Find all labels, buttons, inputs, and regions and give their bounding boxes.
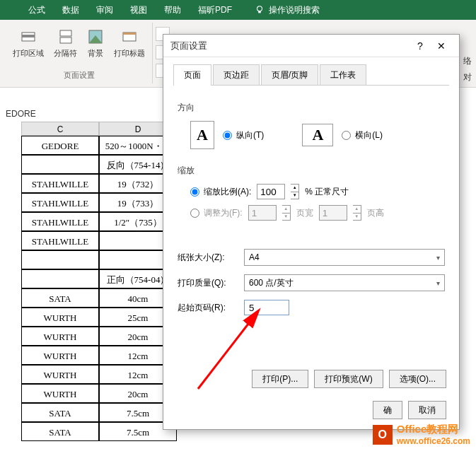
- cell[interactable]: [21, 269, 99, 288]
- tell-me-label: 操作说明搜索: [269, 4, 320, 16]
- portrait-radio[interactable]: 纵向(T): [223, 129, 264, 141]
- table-row: WURTH20cm: [21, 327, 177, 346]
- tab-foxitpdf[interactable]: 福昕PDF: [190, 0, 240, 20]
- cell[interactable]: WURTH: [21, 327, 99, 346]
- table-row: SATA7.5cm: [21, 422, 177, 441]
- landscape-radio[interactable]: 横向(L): [342, 129, 383, 141]
- scaling-adjust-input[interactable]: [257, 184, 285, 199]
- sheet-area: EDORE C D GEDORE520～1000N・M反向（754-14）STA…: [0, 106, 177, 441]
- firstpage-row: 起始页码(R):: [178, 300, 445, 315]
- scaling-label: 缩放: [178, 165, 445, 177]
- ribbon-right-net[interactable]: 络: [463, 55, 472, 67]
- cell[interactable]: WURTH: [21, 346, 99, 365]
- dialog-tab-margins[interactable]: 页边距: [213, 64, 260, 86]
- ribbon-right-align[interactable]: 对: [463, 71, 472, 83]
- dialog-tab-headerfooter[interactable]: 页眉/页脚: [261, 64, 318, 86]
- scaling-fit-radio-input[interactable]: [190, 209, 199, 218]
- tab-review[interactable]: 审阅: [88, 0, 122, 20]
- printquality-row: 打印质量(Q): 600 点/英寸 ▾: [178, 274, 445, 291]
- print-titles-label: 打印标题: [114, 48, 145, 59]
- cell[interactable]: SATA: [21, 403, 99, 422]
- landscape-radio-input[interactable]: [342, 131, 351, 140]
- scaling-adjust-row: 缩放比例(A): ▲▼ % 正常尺寸: [178, 184, 445, 199]
- dialog-tab-sheet[interactable]: 工作表: [320, 64, 366, 86]
- watermark: O Office教程网 www.office26.com: [373, 423, 470, 446]
- name-box[interactable]: EDORE: [0, 106, 177, 122]
- printquality-value: 600 点/英寸: [249, 277, 294, 289]
- cell[interactable]: STAHLWILLE: [21, 231, 99, 250]
- dialog-close-button[interactable]: ✕: [431, 35, 452, 57]
- breaks-button[interactable]: 分隔符: [52, 27, 79, 60]
- svg-point-0: [257, 6, 262, 11]
- table-row: STAHLWILLE1/2″（735）: [21, 212, 177, 231]
- dialog-tab-page[interactable]: 页面: [173, 64, 211, 86]
- table-row: SATA7.5cm: [21, 403, 177, 422]
- scaling-adjust-radio[interactable]: 缩放比例(A):: [190, 186, 251, 198]
- svg-rect-5: [60, 37, 71, 43]
- cell[interactable]: [21, 155, 99, 174]
- cell[interactable]: SATA: [21, 422, 99, 441]
- portrait-radio-label: 纵向(T): [236, 129, 264, 141]
- dialog-title: 页面设置: [170, 40, 410, 52]
- watermark-url: www.office26.com: [397, 436, 470, 446]
- tab-help[interactable]: 帮助: [156, 0, 190, 20]
- col-header-c[interactable]: C: [21, 122, 99, 136]
- cell[interactable]: WURTH: [21, 308, 99, 327]
- scaling-adjust-radio-input[interactable]: [190, 187, 199, 197]
- chevron-down-icon: ▾: [436, 254, 440, 262]
- scaling-fit-wide-input: [248, 205, 277, 221]
- cell[interactable]: [21, 250, 99, 269]
- scaling-fit-wide-spinner: ▲▼: [282, 205, 291, 221]
- cell[interactable]: WURTH: [21, 365, 99, 384]
- scaling-fit-tall-label: 页高: [367, 207, 384, 219]
- table-row: WURTH25cm: [21, 308, 177, 327]
- scaling-fit-radio-label: 调整为(F):: [204, 207, 243, 219]
- cancel-button[interactable]: 取消: [408, 401, 446, 419]
- scaling-adjust-spinner[interactable]: ▲▼: [291, 184, 299, 199]
- portrait-radio-input[interactable]: [223, 131, 232, 140]
- page-setup-dialog: 页面设置 ? ✕ 页面 页边距 页眉/页脚 工作表 方向 A 纵向(T) A 横…: [163, 34, 460, 430]
- printquality-label: 打印质量(Q):: [178, 277, 237, 289]
- print-titles-icon: [121, 28, 138, 45]
- options-button[interactable]: 选项(O)...: [389, 370, 446, 388]
- print-titles-button[interactable]: 打印标题: [112, 27, 146, 60]
- tab-view[interactable]: 视图: [122, 0, 156, 20]
- cell[interactable]: STAHLWILLE: [21, 193, 99, 212]
- scaling-fit-wide-label: 页宽: [296, 207, 313, 219]
- printquality-dropdown[interactable]: 600 点/英寸 ▾: [244, 274, 445, 291]
- ok-button[interactable]: 确: [373, 401, 402, 419]
- table-row: 正向（754-04）: [21, 269, 177, 288]
- cell[interactable]: GEDORE: [21, 136, 99, 155]
- orientation-row: A 纵向(T) A 横向(L): [178, 121, 445, 149]
- cell[interactable]: WURTH: [21, 384, 99, 403]
- papersize-dropdown[interactable]: A4 ▾: [244, 249, 445, 266]
- print-button[interactable]: 打印(P)...: [252, 370, 308, 388]
- print-area-label: 打印区域: [13, 48, 44, 59]
- print-area-button[interactable]: 打印区域: [11, 27, 45, 60]
- firstpage-input[interactable]: [244, 300, 289, 315]
- dialog-help-button[interactable]: ?: [410, 35, 431, 57]
- cell[interactable]: SATA: [21, 288, 99, 308]
- print-preview-button[interactable]: 打印预览(W): [314, 370, 383, 388]
- tell-me-search[interactable]: 操作说明搜索: [255, 4, 320, 16]
- scaling-fit-row: 调整为(F): ▲▼ 页宽 ▲▼ 页高: [178, 205, 445, 221]
- cell[interactable]: STAHLWILLE: [21, 212, 99, 231]
- cell[interactable]: STAHLWILLE: [21, 174, 99, 193]
- table-row: 反向（754-14）: [21, 155, 177, 174]
- breaks-icon: [57, 28, 74, 45]
- column-headers: C D: [21, 122, 177, 136]
- svg-rect-4: [60, 30, 71, 36]
- ribbon-tabs: 公式 数据 审阅 视图 帮助 福昕PDF 操作说明搜索: [0, 0, 476, 20]
- scaling-adjust-suffix: % 正常尺寸: [305, 186, 349, 198]
- firstpage-label: 起始页码(R):: [178, 302, 237, 314]
- tab-data[interactable]: 数据: [54, 0, 88, 20]
- scaling-fit-tall-spinner: ▲▼: [353, 205, 361, 221]
- scaling-fit-radio[interactable]: 调整为(F):: [190, 207, 243, 219]
- lightbulb-icon: [255, 5, 265, 15]
- svg-rect-3: [22, 35, 35, 37]
- tab-formulas[interactable]: 公式: [20, 0, 54, 20]
- papersize-value: A4: [249, 252, 260, 262]
- table-row: STAHLWILLE19（733）: [21, 193, 177, 212]
- background-button[interactable]: 背景: [86, 27, 105, 60]
- dialog-body: 方向 A 纵向(T) A 横向(L) 缩放 缩放比例(A): ▲▼ % 正常尺寸: [163, 86, 459, 334]
